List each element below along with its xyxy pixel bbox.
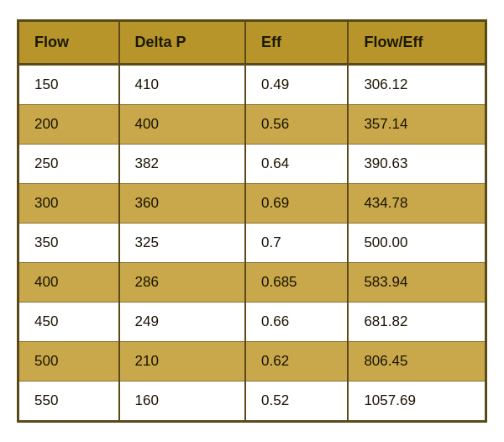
table-row: 4502490.66681.82 bbox=[19, 303, 485, 342]
col-header-delta-p: Delta P bbox=[119, 22, 245, 65]
table-cell: 410 bbox=[119, 65, 245, 105]
col-header-flow: Flow bbox=[19, 22, 119, 65]
table-cell: 1057.69 bbox=[348, 381, 485, 421]
table-cell: 200 bbox=[19, 105, 119, 145]
table-cell: 550 bbox=[19, 381, 119, 421]
table-cell: 0.64 bbox=[245, 145, 348, 184]
table-cell: 806.45 bbox=[348, 342, 485, 381]
table-cell: 0.7 bbox=[245, 224, 348, 263]
table-row: 2503820.64390.63 bbox=[19, 145, 485, 184]
table-cell: 160 bbox=[119, 381, 245, 421]
col-header-eff: Eff bbox=[245, 22, 348, 65]
table-cell: 286 bbox=[119, 263, 245, 303]
table-cell: 0.52 bbox=[245, 381, 348, 421]
table-row: 5002100.62806.45 bbox=[19, 342, 485, 381]
table-cell: 360 bbox=[119, 184, 245, 224]
table-cell: 583.94 bbox=[348, 263, 485, 303]
table-cell: 210 bbox=[119, 342, 245, 381]
table-cell: 400 bbox=[19, 263, 119, 303]
table-cell: 306.12 bbox=[348, 65, 485, 105]
table-cell: 0.69 bbox=[245, 184, 348, 224]
table-cell: 0.49 bbox=[245, 65, 348, 105]
table-cell: 382 bbox=[119, 145, 245, 184]
table-header-row: Flow Delta P Eff Flow/Eff bbox=[19, 22, 485, 65]
table-cell: 0.66 bbox=[245, 303, 348, 342]
col-header-flow-eff: Flow/Eff bbox=[348, 22, 485, 65]
table-cell: 357.14 bbox=[348, 105, 485, 145]
table-row: 4002860.685583.94 bbox=[19, 263, 485, 303]
table-cell: 500.00 bbox=[348, 224, 485, 263]
table-cell: 390.63 bbox=[348, 145, 485, 184]
table-row: 5501600.521057.69 bbox=[19, 381, 485, 421]
table-row: 3503250.7500.00 bbox=[19, 224, 485, 263]
table-row: 3003600.69434.78 bbox=[19, 184, 485, 224]
table-cell: 400 bbox=[119, 105, 245, 145]
data-table: Flow Delta P Eff Flow/Eff 1504100.49306.… bbox=[17, 19, 487, 423]
table-row: 2004000.56357.14 bbox=[19, 105, 485, 145]
table-cell: 300 bbox=[19, 184, 119, 224]
table-cell: 250 bbox=[19, 145, 119, 184]
table-cell: 249 bbox=[119, 303, 245, 342]
table-cell: 325 bbox=[119, 224, 245, 263]
table-cell: 450 bbox=[19, 303, 119, 342]
table-cell: 150 bbox=[19, 65, 119, 105]
table-cell: 0.62 bbox=[245, 342, 348, 381]
table-cell: 500 bbox=[19, 342, 119, 381]
table-cell: 681.82 bbox=[348, 303, 485, 342]
table-cell: 350 bbox=[19, 224, 119, 263]
table-cell: 434.78 bbox=[348, 184, 485, 224]
table-cell: 0.56 bbox=[245, 105, 348, 145]
table-row: 1504100.49306.12 bbox=[19, 65, 485, 105]
table-cell: 0.685 bbox=[245, 263, 348, 303]
